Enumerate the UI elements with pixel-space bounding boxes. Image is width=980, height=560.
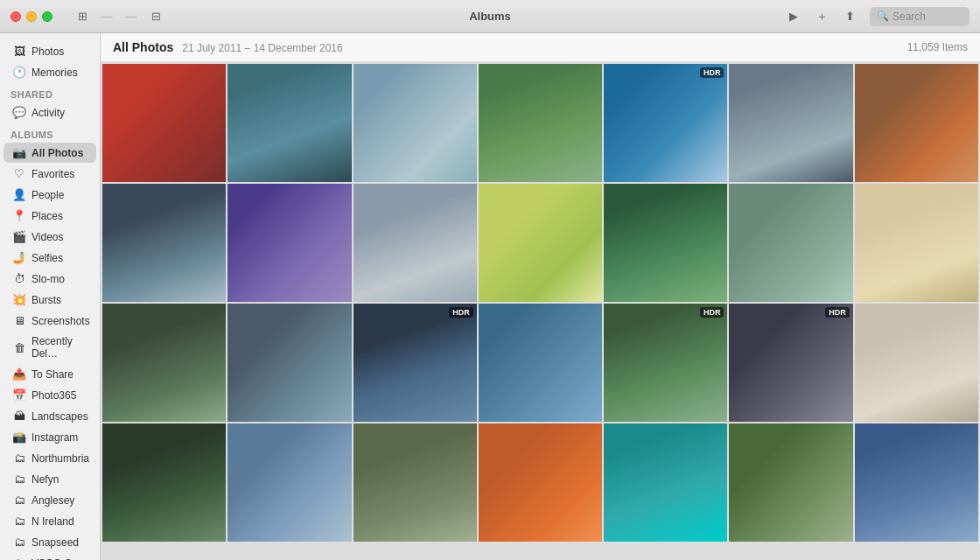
photo-cell[interactable]: [855, 424, 978, 542]
snapseed-icon: 🗂: [12, 536, 26, 549]
main-area: 🖼 Photos 🕐 Memories Shared 💬 Activity Al…: [0, 33, 980, 560]
photo-cell[interactable]: [604, 424, 727, 542]
sidebar-toggle-button[interactable]: ⊞: [74, 9, 90, 24]
search-input[interactable]: [892, 10, 962, 23]
sidebar-item-videos-label: Videos: [32, 231, 63, 243]
hdr-badge: HDR: [825, 307, 850, 318]
titlebar: ⊞ — — ⊟ Albums ▶ ＋ ⬆ 🔍: [0, 0, 980, 33]
sidebar-item-videos[interactable]: 🎬 Videos: [4, 227, 96, 247]
videos-icon: 🎬: [12, 230, 26, 243]
instagram-icon: 📸: [12, 430, 26, 444]
window-mode-button[interactable]: ⊟: [148, 9, 164, 24]
sidebar-item-recently-deleted[interactable]: 🗑 Recently Del…: [4, 332, 96, 363]
northumbria-icon: 🗂: [12, 452, 26, 465]
sidebar-item-favorites-label: Favorites: [32, 168, 74, 180]
sidebar: 🖼 Photos 🕐 Memories Shared 💬 Activity Al…: [0, 33, 101, 560]
sidebar-item-nefyn[interactable]: 🗂 Nefyn: [4, 469, 96, 489]
nefyn-icon: 🗂: [12, 472, 26, 486]
search-box[interactable]: 🔍: [870, 7, 970, 26]
photo-cell[interactable]: [102, 184, 226, 302]
photo-cell[interactable]: [102, 64, 226, 182]
photo-cell[interactable]: HDR: [604, 64, 727, 182]
sidebar-item-snapseed[interactable]: 🗂 Snapseed: [4, 532, 96, 552]
sidebar-item-recently-deleted-label: Recently Del…: [32, 335, 88, 360]
titlebar-right-controls: ▶ ＋ ⬆ 🔍: [786, 7, 970, 26]
sidebar-item-n-ireland[interactable]: 🗂 N Ireland: [4, 511, 96, 531]
close-button[interactable]: [10, 11, 21, 22]
photo-cell[interactable]: HDR: [604, 304, 727, 422]
sidebar-item-screenshots[interactable]: 🖥 Screenshots: [4, 311, 96, 331]
photo-cell[interactable]: [102, 424, 226, 542]
sidebar-item-all-photos[interactable]: 📷 All Photos: [4, 143, 96, 163]
photo-cell[interactable]: [228, 424, 351, 542]
sidebar-item-vsco-cam-label: VSCO Cam: [32, 557, 87, 561]
share-button[interactable]: ⬆: [842, 9, 858, 24]
places-icon: 📍: [12, 209, 26, 222]
slo-mo-icon: ⏱: [12, 272, 26, 285]
sidebar-item-northumbria[interactable]: 🗂 Northumbria: [4, 448, 96, 468]
sidebar-item-places-label: Places: [32, 210, 63, 222]
photo-cell[interactable]: [228, 304, 351, 422]
photo-cell[interactable]: [479, 184, 602, 302]
sidebar-item-places[interactable]: 📍 Places: [4, 206, 96, 226]
photo-cell[interactable]: [479, 64, 602, 182]
photo-cell[interactable]: [354, 64, 477, 182]
sidebar-item-to-share[interactable]: 📤 To Share: [4, 364, 96, 384]
photo-cell[interactable]: [604, 184, 727, 302]
sidebar-item-photo365[interactable]: 📅 Photo365: [4, 385, 96, 405]
sidebar-item-landscapes[interactable]: 🏔 Landscapes: [4, 406, 96, 426]
sidebar-item-nefyn-label: Nefyn: [32, 473, 59, 486]
sidebar-item-favorites[interactable]: ♡ Favorites: [4, 164, 96, 184]
sidebar-item-instagram[interactable]: 📸 Instagram: [4, 427, 96, 447]
anglesey-icon: 🗂: [12, 494, 26, 507]
sidebar-item-vsco-cam[interactable]: 🗂 VSCO Cam: [4, 553, 96, 560]
photo-cell[interactable]: [354, 424, 477, 542]
photo-cell[interactable]: [729, 184, 852, 302]
photo-cell[interactable]: [228, 184, 351, 302]
sidebar-item-activity[interactable]: 💬 Activity: [4, 102, 96, 122]
bursts-icon: 💥: [12, 293, 26, 306]
photo-cell[interactable]: [479, 424, 602, 542]
photo-cell[interactable]: [855, 304, 978, 422]
content-header-left: All Photos 21 July 2011 – 14 December 20…: [113, 40, 343, 54]
sidebar-item-anglesey-label: Anglesey: [32, 494, 74, 507]
sidebar-item-snapseed-label: Snapseed: [32, 536, 79, 549]
sidebar-item-slo-mo[interactable]: ⏱ Slo-mo: [4, 269, 96, 289]
selfies-icon: 🤳: [12, 251, 26, 264]
sidebar-section-shared: Shared: [0, 88, 100, 102]
sidebar-item-activity-label: Activity: [32, 107, 65, 119]
sidebar-item-memories[interactable]: 🕐 Memories: [4, 62, 96, 82]
content-area: All Photos 21 July 2011 – 14 December 20…: [101, 33, 980, 560]
maximize-button[interactable]: [42, 11, 52, 22]
sidebar-item-bursts[interactable]: 💥 Bursts: [4, 290, 96, 310]
photo-cell[interactable]: [228, 64, 351, 182]
play-button[interactable]: ▶: [786, 9, 802, 24]
sidebar-item-landscapes-label: Landscapes: [32, 410, 88, 423]
add-button[interactable]: ＋: [814, 9, 830, 24]
sidebar-item-photos[interactable]: 🖼 Photos: [4, 41, 96, 61]
photo-cell[interactable]: [855, 64, 978, 182]
sidebar-item-selfies[interactable]: 🤳 Selfies: [4, 248, 96, 268]
sidebar-item-bursts-label: Bursts: [32, 294, 61, 306]
photo-cell[interactable]: [855, 184, 978, 302]
content-date-range: 21 July 2011 – 14 December 2016: [182, 42, 342, 54]
photo-cell[interactable]: HDR: [729, 304, 852, 422]
vsco-cam-icon: 🗂: [12, 556, 26, 560]
sidebar-item-photos-label: Photos: [32, 46, 64, 58]
sidebar-item-anglesey[interactable]: 🗂 Anglesey: [4, 490, 96, 510]
photo-cell[interactable]: [102, 304, 226, 422]
photo-cell[interactable]: HDR: [354, 304, 477, 422]
minimize-button[interactable]: [26, 11, 37, 22]
sidebar-item-selfies-label: Selfies: [32, 252, 63, 264]
photo-cell[interactable]: [479, 304, 602, 422]
photo-cell[interactable]: [729, 64, 852, 182]
sidebar-item-instagram-label: Instagram: [32, 431, 78, 444]
photo-cell[interactable]: [729, 424, 852, 542]
sidebar-item-photo365-label: Photo365: [32, 389, 76, 402]
content-title: All Photos: [113, 40, 173, 54]
sidebar-item-n-ireland-label: N Ireland: [32, 515, 74, 528]
photo-cell[interactable]: [354, 184, 477, 302]
content-header: All Photos 21 July 2011 – 14 December 20…: [101, 33, 980, 62]
sidebar-item-screenshots-label: Screenshots: [32, 315, 90, 327]
sidebar-item-people[interactable]: 👤 People: [4, 185, 96, 205]
